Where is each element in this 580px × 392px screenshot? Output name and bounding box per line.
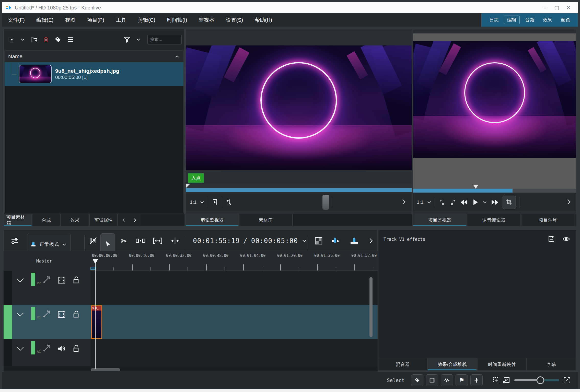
menu-project[interactable]: 项目(P) xyxy=(81,13,110,27)
track-v1-header[interactable]: V1 xyxy=(4,305,90,339)
track-v2-content[interactable] xyxy=(90,271,378,305)
razor-tool-button[interactable]: ✂ xyxy=(121,230,127,252)
track-v2-header[interactable]: V2 xyxy=(4,271,90,305)
track-a1-content[interactable] xyxy=(90,339,378,366)
track-name-bar[interactable]: A1 xyxy=(31,341,35,354)
track-target-strip[interactable] xyxy=(4,305,12,339)
spacer-tool-button[interactable] xyxy=(135,230,146,252)
workspace-color[interactable]: 颜色 xyxy=(558,16,573,24)
tab-effects[interactable]: 效果 xyxy=(61,214,89,226)
menu-monitor[interactable]: 监视器 xyxy=(193,13,220,27)
tab-project-bin[interactable]: 项目素材箱 xyxy=(4,214,32,226)
zoom-dropdown-icon[interactable] xyxy=(200,200,205,205)
set-in-point-button[interactable] xyxy=(225,198,233,206)
set-in-point-button[interactable] xyxy=(439,199,446,206)
clip-monitor-ruler[interactable] xyxy=(186,184,412,188)
menu-file[interactable]: 文件(F) xyxy=(2,13,31,27)
rewind-button[interactable] xyxy=(460,199,468,206)
track-effects-wand-icon[interactable] xyxy=(42,276,51,284)
video-track-icon[interactable] xyxy=(57,311,66,318)
add-clip-button[interactable] xyxy=(8,36,15,43)
track-target-strip[interactable] xyxy=(4,271,12,305)
fit-zoom-button[interactable] xyxy=(492,376,500,384)
resize-item-tool-button[interactable] xyxy=(153,230,163,252)
tabs-scroll-right-icon[interactable] xyxy=(129,214,141,226)
tab-compositions[interactable]: 合成 xyxy=(32,214,60,226)
zoom-dropdown-icon[interactable] xyxy=(427,200,432,205)
track-effects-wand-icon[interactable] xyxy=(42,344,51,353)
bin-clip-row[interactable]: 9u8_net_shigjxedpsh.jpg 00:00:05:00 [1] xyxy=(5,62,183,86)
filter-dropdown-icon[interactable] xyxy=(136,37,141,42)
menu-clip[interactable]: 剪辑(C) xyxy=(132,13,161,27)
menu-view[interactable]: 视图 xyxy=(59,13,81,27)
audio-volume-handle[interactable] xyxy=(322,195,329,210)
tab-library[interactable]: 素材库 xyxy=(239,214,292,226)
workspace-editing[interactable]: 编辑 xyxy=(504,16,520,24)
timecode-dropdown-icon[interactable] xyxy=(301,238,307,244)
timeline-toolbar-overflow-icon[interactable] xyxy=(368,230,374,252)
track-a1-header[interactable]: A1 xyxy=(4,339,90,366)
show-video-thumbnails-toggle[interactable] xyxy=(426,374,438,386)
project-monitor-playhead-icon[interactable] xyxy=(473,185,478,189)
audio-track-speaker-icon[interactable] xyxy=(57,345,66,352)
tab-effect-stack[interactable]: 效果/合成堆栈 xyxy=(428,358,477,370)
delete-button[interactable] xyxy=(43,36,49,43)
bin-search-input[interactable] xyxy=(147,35,182,44)
bin-menu-button[interactable] xyxy=(67,36,74,43)
snap-toggle[interactable] xyxy=(470,374,483,386)
timeline-clip[interactable]: 9u8_ xyxy=(91,305,102,339)
tab-speech-editor[interactable]: 语音编辑器 xyxy=(467,214,521,226)
menu-tools[interactable]: 工具 xyxy=(110,13,132,27)
fast-forward-button[interactable] xyxy=(491,199,499,206)
clip-monitor-overflow-icon[interactable] xyxy=(400,198,407,205)
workspace-logging[interactable]: 日志 xyxy=(486,16,502,24)
tab-time-remap[interactable]: 时间重新映射 xyxy=(477,358,526,370)
collapse-track-icon[interactable] xyxy=(16,311,25,317)
minimize-button[interactable]: – xyxy=(539,5,551,11)
zone-mode-button[interactable] xyxy=(503,196,516,209)
maximize-button[interactable]: ▢ xyxy=(551,5,563,11)
video-track-icon[interactable] xyxy=(57,276,66,284)
track-name-bar[interactable]: V1 xyxy=(31,307,35,320)
menu-settings[interactable]: 设置(S) xyxy=(220,13,249,27)
track-name-bar[interactable]: V2 xyxy=(31,273,35,286)
project-monitor-video[interactable] xyxy=(413,41,576,158)
save-effect-stack-icon[interactable] xyxy=(548,236,555,242)
clip-monitor-video[interactable] xyxy=(186,45,412,170)
lock-track-icon[interactable] xyxy=(73,345,80,353)
tab-audio-mixer[interactable]: 混音器 xyxy=(378,358,427,370)
set-out-point-button[interactable] xyxy=(449,199,456,206)
project-monitor-overflow-icon[interactable] xyxy=(565,198,572,205)
clip-monitor-seekbar[interactable] xyxy=(186,188,412,192)
close-button[interactable]: ✕ xyxy=(563,5,574,11)
clip-in-timeline-button[interactable] xyxy=(211,198,219,206)
zoom-slider-handle[interactable] xyxy=(537,376,544,384)
tab-subtitles[interactable]: 字幕 xyxy=(527,358,576,370)
collapse-track-icon[interactable] xyxy=(16,277,25,283)
playhead-line[interactable] xyxy=(95,264,96,369)
timeline-zoom-slider[interactable] xyxy=(514,374,559,386)
zoom-out-button[interactable] xyxy=(503,376,510,384)
play-button[interactable] xyxy=(472,199,479,206)
workspace-audio[interactable]: 音频 xyxy=(522,16,538,24)
ripple-tool-button[interactable] xyxy=(170,230,180,252)
menu-timeline[interactable]: 时间轴(I) xyxy=(161,13,193,27)
show-tags-toggle[interactable] xyxy=(411,374,423,386)
menu-edit[interactable]: 编辑(E) xyxy=(31,13,60,27)
tabs-scroll-left-icon[interactable] xyxy=(118,214,129,226)
overwrite-zone-button[interactable] xyxy=(349,230,359,252)
add-clip-dropdown-icon[interactable] xyxy=(20,37,25,42)
tab-project-monitor[interactable]: 项目监视器 xyxy=(413,214,467,226)
bin-column-header[interactable]: Name xyxy=(5,51,183,62)
play-dropdown-icon[interactable] xyxy=(482,200,487,205)
workspace-effects[interactable]: 效果 xyxy=(540,16,555,24)
show-effects-eye-icon[interactable] xyxy=(562,236,570,242)
playhead-handle[interactable] xyxy=(92,259,98,264)
create-folder-button[interactable] xyxy=(30,36,38,43)
track-v1-content[interactable]: 9u8_ xyxy=(90,305,378,339)
project-monitor-zoom-level[interactable]: 1:1 xyxy=(417,199,423,205)
lock-track-icon[interactable] xyxy=(73,276,80,284)
timeline-timecode[interactable]: 00:01:55:19 / 00:00:05:00 xyxy=(193,230,307,252)
track-effects-wand-icon[interactable] xyxy=(42,310,51,319)
menu-help[interactable]: 帮助(H) xyxy=(249,13,278,27)
